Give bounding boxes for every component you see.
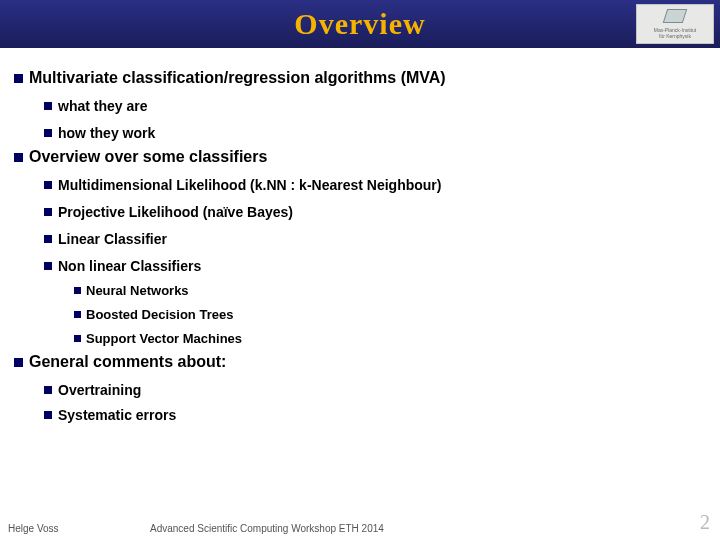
square-bullet-icon <box>14 74 23 83</box>
slide-title: Overview <box>294 7 425 41</box>
bullet-text: Overtraining <box>58 382 141 398</box>
footer-author: Helge Voss <box>8 523 59 534</box>
logo-icon <box>663 9 688 23</box>
bullet-text: Multidimensional Likelihood (k.NN : k-Ne… <box>58 177 441 193</box>
square-bullet-icon <box>44 235 52 243</box>
bullet-text: Overview over some classifiers <box>29 148 267 166</box>
bullet-general: General comments about: <box>14 353 706 371</box>
bullet-text: Boosted Decision Trees <box>86 307 233 322</box>
bullet-text: what they are <box>58 98 147 114</box>
square-bullet-icon <box>44 208 52 216</box>
bullet-text: Non linear Classifiers <box>58 258 201 274</box>
bullet-nonlinear: Non linear Classifiers <box>44 258 706 274</box>
institute-logo: Max-Planck-Institut für Kernphysik <box>636 4 714 44</box>
bullet-linear: Linear Classifier <box>44 231 706 247</box>
square-bullet-icon <box>44 102 52 110</box>
square-bullet-icon <box>44 262 52 270</box>
title-bar: Overview Max-Planck-Institut für Kernphy… <box>0 0 720 48</box>
bullet-projective: Projective Likelihood (naïve Bayes) <box>44 204 706 220</box>
bullet-text: Neural Networks <box>86 283 189 298</box>
footer-event: Advanced Scientific Computing Workshop E… <box>150 523 384 534</box>
square-bullet-icon <box>44 181 52 189</box>
bullet-text: Linear Classifier <box>58 231 167 247</box>
bullet-svm: Support Vector Machines <box>74 331 706 346</box>
bullet-how: how they work <box>44 125 706 141</box>
logo-text-line2: für Kernphysik <box>659 33 691 39</box>
bullet-text: Systematic errors <box>58 407 176 423</box>
bullet-what: what they are <box>44 98 706 114</box>
square-bullet-icon <box>14 153 23 162</box>
square-bullet-icon <box>44 411 52 419</box>
square-bullet-icon <box>44 129 52 137</box>
bullet-text: Support Vector Machines <box>86 331 242 346</box>
square-bullet-icon <box>44 386 52 394</box>
square-bullet-icon <box>74 311 81 318</box>
bullet-systematic-errors: Systematic errors <box>44 407 706 423</box>
bullet-mlh: Multidimensional Likelihood (k.NN : k-Ne… <box>44 177 706 193</box>
bullet-bdt: Boosted Decision Trees <box>74 307 706 322</box>
bullet-overtraining: Overtraining <box>44 382 706 398</box>
slide-content: Multivariate classification/regression a… <box>0 48 720 423</box>
square-bullet-icon <box>74 335 81 342</box>
bullet-overview-classifiers: Overview over some classifiers <box>14 148 706 166</box>
bullet-text: how they work <box>58 125 155 141</box>
square-bullet-icon <box>14 358 23 367</box>
page-number: 2 <box>700 511 710 534</box>
square-bullet-icon <box>74 287 81 294</box>
bullet-nn: Neural Networks <box>74 283 706 298</box>
bullet-text: Projective Likelihood (naïve Bayes) <box>58 204 293 220</box>
bullet-text: General comments about: <box>29 353 226 371</box>
bullet-mva: Multivariate classification/regression a… <box>14 69 706 87</box>
bullet-text: Multivariate classification/regression a… <box>29 69 446 87</box>
